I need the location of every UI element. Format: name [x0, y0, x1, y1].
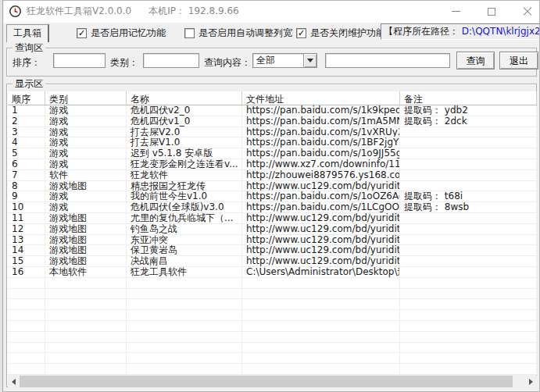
- cell: 狂龙变形金刚之连连看v...: [127, 159, 242, 169]
- cell: 游戏: [45, 148, 127, 159]
- category-input[interactable]: [143, 53, 199, 68]
- table-row[interactable]: 16本地软件狂龙工具软件C:\Users\Administrator\Deskt…: [8, 267, 537, 278]
- column-header-0[interactable]: 顺序: [8, 91, 45, 105]
- minimize-button[interactable]: [444, 0, 467, 23]
- cell: 游戏: [45, 202, 127, 212]
- cell: [8, 343, 45, 353]
- cell: [242, 310, 400, 320]
- cell: 游戏地图: [45, 235, 127, 245]
- cell: [400, 235, 537, 245]
- option-0[interactable]: 是否启用记忆功能: [77, 27, 166, 40]
- empty-row: [8, 289, 537, 300]
- horizontal-scrollbar[interactable]: [8, 376, 537, 387]
- column-header-2[interactable]: 名称: [127, 91, 242, 105]
- cell: 提取码： 8wsb: [400, 202, 537, 212]
- table-row[interactable]: 6游戏狂龙变形金刚之连连看v...http://www.xz7.com/down…: [8, 159, 537, 170]
- program-path-value: D:\QQTN\klrjgjx2.0\: [462, 26, 540, 37]
- cell: [45, 332, 127, 342]
- cell: [400, 278, 537, 288]
- table-row[interactable]: 9游戏我的前世今生v1.0https://pan.baidu.com/s/1oO…: [8, 191, 537, 202]
- option-1[interactable]: 是否启用自动调整列宽: [184, 27, 292, 40]
- cell: 5: [8, 148, 45, 159]
- checkbox-checked-icon[interactable]: [77, 28, 87, 38]
- cell: [242, 353, 400, 363]
- cell: 11: [8, 213, 45, 223]
- cell: 3: [8, 127, 45, 137]
- cell: http://www.uc129.com/bd/yuriditu/...: [242, 213, 400, 223]
- table-row[interactable]: 10游戏危机四伏(全球版)v3.0https://pan.baidu.com/s…: [8, 202, 537, 213]
- search-button[interactable]: 查询: [456, 52, 495, 69]
- cell: [45, 343, 127, 353]
- scroll-right-button[interactable]: [525, 376, 537, 387]
- option-label: 是否关闭维护功能: [310, 27, 385, 40]
- table-row[interactable]: 14游戏地图保卫黄岩岛http://www.uc129.com/bd/yurid…: [8, 245, 537, 256]
- cell: [242, 321, 400, 331]
- table-row[interactable]: 5游戏迟到 v5.1.8 安卓版https://pan.baidu.com/s/…: [8, 148, 537, 159]
- cell: [242, 289, 400, 299]
- cell: 狂龙软件: [127, 170, 242, 180]
- scrollbar-thumb[interactable]: [20, 376, 513, 387]
- cell: 游戏: [45, 137, 127, 148]
- checkbox-icon[interactable]: [184, 28, 195, 38]
- cell: https://pan.baidu.com/s/1o9JJ55g: [242, 148, 400, 159]
- table-row[interactable]: 7软件狂龙软件http://zhouwei8879576.ys168.com/: [8, 170, 537, 181]
- cell: https://pan.baidu.com/s/1k9kpeoCu...: [242, 105, 400, 116]
- table-row[interactable]: 11游戏地图尤里的复仇兵临城下（...http://www.uc129.com/…: [8, 213, 537, 224]
- table-row[interactable]: 8游戏地图精忠报国之狂龙传http://www.uc129.com/bd/yur…: [8, 181, 537, 192]
- column-header-4[interactable]: 备注: [400, 91, 537, 105]
- cell: 狂龙工具软件: [127, 267, 242, 277]
- exit-button[interactable]: 退出: [499, 52, 538, 69]
- table-row[interactable]: 15游戏地图决战南昌http://www.uc129.com/bd/yuridi…: [8, 256, 537, 267]
- table-row[interactable]: 3游戏打去屎V2.0https://pan.baidu.com/s/1vXRUy…: [8, 127, 537, 138]
- cell: 提取码： ydb2: [400, 105, 537, 116]
- scope-selected-value: 全部: [253, 54, 303, 67]
- window-title: 狂龙软件工具箱V2.0.0.0: [27, 5, 131, 18]
- checkbox-checked-icon[interactable]: [296, 28, 306, 38]
- cell: 打去屎V1.0: [127, 137, 242, 148]
- option-2[interactable]: 是否关闭维护功能: [296, 27, 385, 40]
- cell: [45, 310, 127, 320]
- cell: [45, 321, 127, 331]
- close-button[interactable]: [516, 0, 539, 23]
- local-ip-label: 本机IP： 192.8.9.66: [148, 5, 238, 18]
- query-content-input[interactable]: [325, 53, 450, 68]
- dropdown-button[interactable]: [303, 54, 316, 67]
- cell: C:\Users\Administrator\Desktop\过...: [242, 267, 400, 277]
- empty-row: [8, 310, 537, 321]
- table-row[interactable]: 12游戏地图钓鱼岛之战http://www.uc129.com/bd/yurid…: [8, 224, 537, 235]
- table-row[interactable]: 2游戏危机四伏v1_0https://pan.baidu.com/s/1mA5M…: [8, 116, 537, 127]
- tab-toolbox[interactable]: 工具箱: [6, 24, 49, 42]
- column-header-1[interactable]: 类别: [45, 91, 127, 105]
- scrollbar-track[interactable]: [513, 376, 525, 387]
- minimize-icon: [452, 11, 460, 12]
- cell: 9: [8, 191, 45, 201]
- cell: http://www.uc129.com/bd/yuriditu/...: [242, 235, 400, 245]
- empty-row: [8, 321, 537, 332]
- cell: 保卫黄岩岛: [127, 245, 242, 255]
- cell: [400, 245, 537, 255]
- table-row[interactable]: 1游戏危机四伏v2_0https://pan.baidu.com/s/1k9kp…: [8, 105, 537, 116]
- option-label: 是否启用记忆功能: [91, 27, 166, 40]
- maximize-icon: [488, 8, 495, 16]
- scope-dropdown[interactable]: 全部: [252, 53, 317, 68]
- cell: [242, 364, 400, 374]
- cell: [400, 148, 537, 159]
- cell: [8, 310, 45, 320]
- cell: 4: [8, 137, 45, 148]
- scroll-left-button[interactable]: [8, 376, 20, 387]
- title-bar: 狂龙软件工具箱V2.0.0.0 本机IP： 192.8.9.66: [4, 0, 539, 23]
- cell: [400, 256, 537, 266]
- cell: [400, 353, 537, 363]
- cell: https://pan.baidu.com/s/1vXRUy2y...: [242, 127, 400, 137]
- column-header-3[interactable]: 文件地址: [242, 91, 400, 105]
- cell: 2: [8, 116, 45, 127]
- cell: 游戏: [45, 191, 127, 201]
- cell: [242, 299, 400, 309]
- window-controls: [431, 0, 539, 23]
- table-row[interactable]: 13游戏地图东亚冲突http://www.uc129.com/bd/yuridi…: [8, 235, 537, 246]
- maximize-button[interactable]: [480, 0, 503, 23]
- cell: [400, 267, 537, 277]
- cell: https://pan.baidu.com/s/1oOZ6AqK...: [242, 191, 400, 201]
- sort-input[interactable]: [53, 53, 105, 68]
- table-row[interactable]: 4游戏打去屎V1.0https://pan.baidu.com/s/1BF2jg…: [8, 137, 537, 148]
